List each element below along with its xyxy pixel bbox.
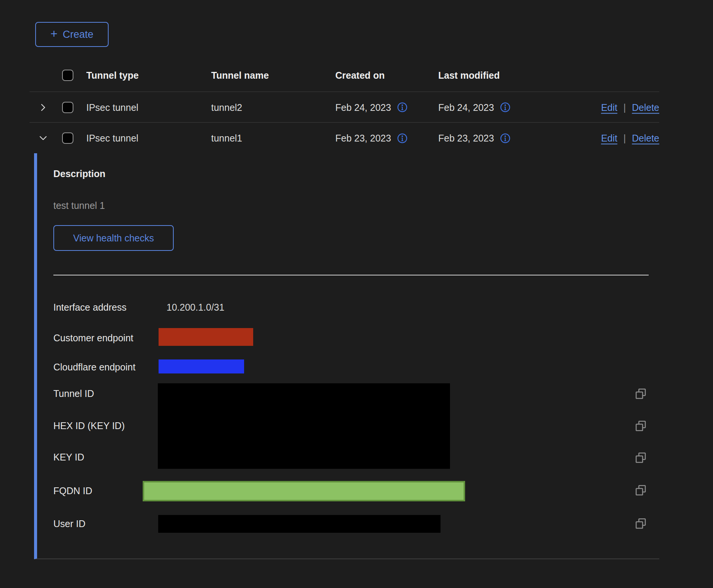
customer-endpoint-label: Customer endpoint (53, 333, 133, 344)
chevron-right-icon (38, 103, 48, 112)
last-modified-date: Feb 24, 2023 (438, 102, 494, 113)
info-button[interactable] (397, 102, 408, 113)
create-button[interactable]: + Create (35, 22, 109, 47)
tunnel-type-cell: IPsec tunnel (86, 102, 139, 113)
user-id-redaction (158, 515, 441, 533)
copy-icon (634, 517, 647, 530)
hex-id-label: HEX ID (KEY ID) (53, 420, 125, 431)
section-divider (53, 275, 649, 275)
info-button[interactable] (500, 133, 511, 143)
select-all-checkbox[interactable] (62, 70, 73, 81)
row-actions: Edit | Delete (601, 102, 659, 113)
delete-link[interactable]: Delete (632, 133, 659, 144)
delete-link[interactable]: Delete (632, 102, 659, 113)
column-header-tunnel-name: Tunnel name (211, 70, 269, 81)
cloudflare-endpoint-redaction (159, 359, 244, 373)
table-row: IPsec tunnel tunnel2 Feb 24, 2023 Feb 24… (30, 92, 659, 123)
description-value: test tunnel 1 (53, 200, 105, 211)
copy-fqdn-id-button[interactable] (634, 484, 647, 497)
created-on-date: Feb 24, 2023 (335, 102, 391, 113)
action-separator: | (623, 133, 626, 144)
user-id-label: User ID (53, 518, 86, 529)
info-icon (500, 133, 511, 143)
copy-icon (634, 387, 647, 400)
copy-user-id-button[interactable] (634, 517, 647, 530)
chevron-down-icon (38, 133, 48, 143)
row-actions: Edit | Delete (601, 133, 659, 144)
created-on-date: Feb 23, 2023 (335, 133, 391, 144)
edit-link[interactable]: Edit (601, 133, 617, 144)
copy-icon (634, 451, 647, 464)
last-modified-date: Feb 23, 2023 (438, 133, 494, 144)
info-icon (397, 133, 408, 143)
fqdn-id-redaction (143, 481, 465, 501)
info-button[interactable] (500, 102, 511, 113)
create-button-label: Create (63, 29, 93, 40)
copy-icon (634, 420, 647, 432)
row-checkbox[interactable] (62, 102, 73, 113)
copy-icon (634, 484, 647, 497)
customer-endpoint-redaction (159, 328, 253, 346)
cloudflare-endpoint-label: Cloudflare endpoint (53, 362, 135, 373)
id-values-redaction (158, 383, 450, 469)
expand-row-button[interactable] (38, 102, 48, 113)
tunnel-id-label: Tunnel ID (53, 388, 94, 399)
tunnel-name-cell: tunnel2 (211, 102, 242, 113)
column-header-last-modified: Last modified (438, 70, 500, 81)
tunnel-type-cell: IPsec tunnel (86, 133, 139, 144)
table-row: IPsec tunnel tunnel1 Feb 23, 2023 Feb 23… (30, 123, 659, 153)
edit-link[interactable]: Edit (601, 102, 617, 113)
info-button[interactable] (397, 133, 408, 143)
copy-key-id-button[interactable] (634, 451, 647, 464)
collapse-row-button[interactable] (38, 133, 48, 143)
last-modified-cell: Feb 24, 2023 (438, 102, 511, 113)
view-health-checks-button[interactable]: View health checks (53, 225, 174, 251)
created-on-cell: Feb 24, 2023 (335, 102, 408, 113)
info-icon (500, 102, 511, 113)
action-separator: | (623, 102, 626, 113)
table-header: Tunnel type Tunnel name Created on Last … (30, 59, 659, 92)
created-on-cell: Feb 23, 2023 (335, 133, 408, 144)
row-checkbox[interactable] (62, 132, 73, 144)
last-modified-cell: Feb 23, 2023 (438, 133, 511, 144)
column-header-tunnel-type: Tunnel type (86, 70, 139, 81)
fqdn-id-label: FQDN ID (53, 485, 92, 496)
interface-address-label: Interface address (53, 302, 126, 313)
tunnel-name-cell: tunnel1 (211, 133, 242, 144)
expanded-tunnel-details: Description test tunnel 1 View health ch… (34, 153, 659, 559)
tunnels-page: + Create Tunnel type Tunnel name Created… (0, 0, 713, 588)
info-icon (397, 102, 408, 113)
plus-icon: + (50, 28, 58, 40)
column-header-created-on: Created on (335, 70, 385, 81)
description-label: Description (53, 168, 106, 179)
key-id-label: KEY ID (53, 452, 84, 463)
copy-hex-id-button[interactable] (634, 420, 647, 432)
interface-address-value: 10.200.1.0/31 (167, 302, 224, 313)
copy-tunnel-id-button[interactable] (634, 387, 647, 400)
